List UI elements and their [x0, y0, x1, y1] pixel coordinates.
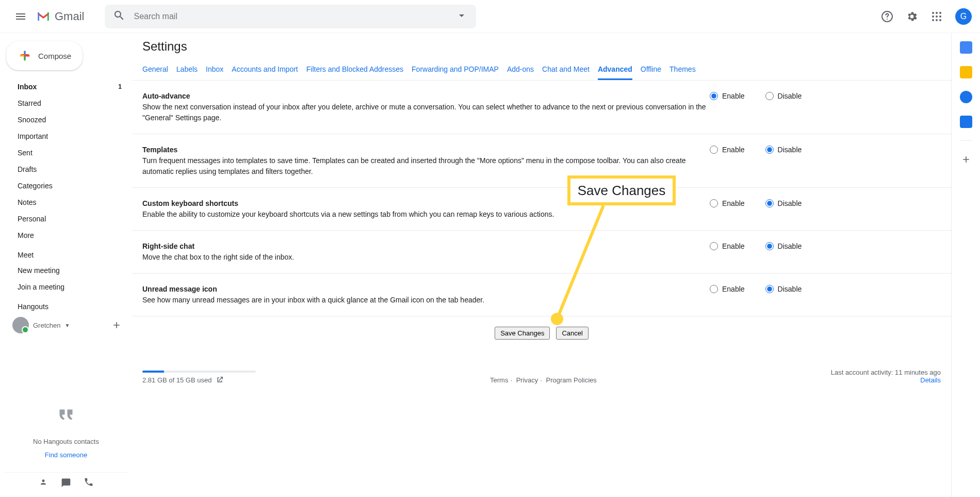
tab-inbox[interactable]: Inbox	[206, 60, 223, 80]
svg-point-5	[936, 15, 938, 18]
radio-label: Disable	[778, 285, 802, 293]
setting-auto-advance: Auto-advance Show the next conversation …	[132, 81, 951, 134]
setting-right-side-chat: Right-side chat Move the chat box to the…	[132, 231, 951, 274]
enable-radio[interactable]: Enable	[710, 242, 745, 250]
find-someone-link[interactable]: Find someone	[20, 451, 112, 460]
nav-list: Inbox1 Starred Snoozed Important Sent Dr…	[4, 78, 128, 244]
nav-personal[interactable]: Personal	[4, 211, 128, 227]
support-button[interactable]	[877, 6, 897, 27]
details-link[interactable]: Details	[920, 376, 941, 384]
setting-desc: Move the chat box to the right side of t…	[142, 253, 294, 261]
hangouts-add-button[interactable]	[109, 318, 124, 332]
apps-button[interactable]	[926, 6, 947, 27]
svg-point-4	[932, 15, 934, 18]
enable-radio[interactable]: Enable	[710, 146, 745, 154]
hangouts-tab-chat-icon[interactable]	[38, 477, 48, 489]
nav-drafts[interactable]: Drafts	[4, 161, 128, 178]
inbox-count: 1	[118, 83, 122, 90]
setting-keyboard-shortcuts: Custom keyboard shortcuts Enable the abi…	[132, 188, 951, 231]
nav-inbox[interactable]: Inbox1	[4, 78, 128, 95]
setting-desc: Turn frequent messages into templates to…	[142, 156, 686, 175]
radio-label: Enable	[722, 146, 745, 154]
hangouts-user-row[interactable]: Gretchen ▼	[4, 314, 128, 336]
tab-filters[interactable]: Filters and Blocked Addresses	[306, 60, 403, 80]
meet-section-header: Meet	[4, 244, 128, 262]
main-menu-button[interactable]	[8, 4, 33, 29]
radio-label: Enable	[722, 242, 745, 250]
setting-title: Auto-advance	[142, 92, 190, 100]
get-addons-button[interactable]	[960, 153, 972, 166]
save-changes-button[interactable]: Save Changes	[495, 327, 550, 340]
search-bar[interactable]	[105, 5, 476, 28]
disable-radio[interactable]: Disable	[765, 199, 802, 207]
tab-themes[interactable]: Themes	[669, 60, 696, 80]
nav-snoozed[interactable]: Snoozed	[4, 111, 128, 128]
main-content: Settings General Labels Inbox Accounts a…	[132, 33, 951, 497]
meet-new-meeting[interactable]: New meeting	[4, 262, 128, 279]
search-input[interactable]	[134, 12, 447, 21]
search-options-icon[interactable]	[455, 9, 468, 24]
enable-radio[interactable]: Enable	[710, 199, 745, 207]
nav-item-label: Important	[18, 132, 48, 140]
enable-radio[interactable]: Enable	[710, 92, 745, 100]
tasks-app-icon[interactable]	[960, 91, 972, 103]
page-footer: 2.81 GB of 15 GB used Terms· Privacy· Pr…	[132, 360, 951, 396]
open-in-new-icon[interactable]	[214, 376, 224, 384]
nav-sent[interactable]: Sent	[4, 145, 128, 161]
radio-label: Enable	[722, 92, 745, 100]
settings-button[interactable]	[902, 6, 922, 27]
svg-point-9	[939, 19, 941, 21]
enable-radio[interactable]: Enable	[710, 285, 745, 293]
setting-templates: Templates Turn frequent messages into te…	[132, 134, 951, 188]
settings-content[interactable]: Auto-advance Show the next conversation …	[132, 81, 951, 497]
compose-label: Compose	[38, 52, 71, 60]
nav-item-label: Notes	[18, 198, 37, 206]
keep-app-icon[interactable]	[960, 66, 972, 78]
right-side-panel	[951, 33, 980, 497]
tab-forwarding[interactable]: Forwarding and POP/IMAP	[412, 60, 499, 80]
disable-radio[interactable]: Disable	[765, 285, 802, 293]
nav-more[interactable]: More	[4, 227, 128, 244]
calendar-app-icon[interactable]	[960, 41, 972, 54]
quote-icon	[20, 400, 112, 433]
radio-label: Disable	[778, 146, 802, 154]
nav-notes[interactable]: Notes	[4, 194, 128, 211]
compose-plus-icon	[18, 49, 32, 63]
nav-starred[interactable]: Starred	[4, 95, 128, 111]
meet-list: New meeting Join a meeting	[4, 262, 128, 295]
program-policies-link[interactable]: Program Policies	[546, 376, 597, 384]
account-avatar[interactable]: G	[955, 8, 972, 25]
contacts-app-icon[interactable]	[960, 116, 972, 128]
svg-point-6	[939, 15, 941, 18]
privacy-link[interactable]: Privacy	[516, 376, 538, 384]
disable-radio[interactable]: Disable	[765, 242, 802, 250]
nav-item-label: Join a meeting	[18, 283, 64, 291]
radio-label: Disable	[778, 242, 802, 250]
tab-advanced[interactable]: Advanced	[598, 60, 632, 80]
tab-chat-meet[interactable]: Chat and Meet	[542, 60, 590, 80]
terms-link[interactable]: Terms	[490, 376, 508, 384]
chevron-down-icon[interactable]: ▼	[64, 323, 70, 328]
logo-text: Gmail	[55, 10, 84, 23]
hangouts-tab-phone-icon[interactable]	[84, 477, 94, 489]
activity-text: Last account activity: 11 minutes ago	[831, 368, 941, 376]
disable-radio[interactable]: Disable	[765, 92, 802, 100]
tab-offline[interactable]: Offline	[641, 60, 661, 80]
compose-button[interactable]: Compose	[6, 41, 83, 70]
disable-radio[interactable]: Disable	[765, 146, 802, 154]
tab-add-ons[interactable]: Add-ons	[507, 60, 534, 80]
cancel-button[interactable]: Cancel	[556, 327, 588, 340]
tab-general[interactable]: General	[142, 60, 168, 80]
meet-join-meeting[interactable]: Join a meeting	[4, 279, 128, 295]
nav-categories[interactable]: Categories	[4, 178, 128, 194]
tab-accounts-import[interactable]: Accounts and Import	[232, 60, 298, 80]
gmail-logo[interactable]: Gmail	[35, 8, 84, 25]
radio-label: Enable	[722, 285, 745, 293]
nav-item-label: Personal	[18, 215, 46, 223]
svg-point-2	[936, 12, 938, 14]
gmail-icon	[35, 8, 52, 25]
tab-labels[interactable]: Labels	[176, 60, 198, 80]
nav-important[interactable]: Important	[4, 128, 128, 145]
hangouts-tab-speech-icon[interactable]	[61, 477, 71, 489]
setting-title: Right-side chat	[142, 242, 194, 250]
